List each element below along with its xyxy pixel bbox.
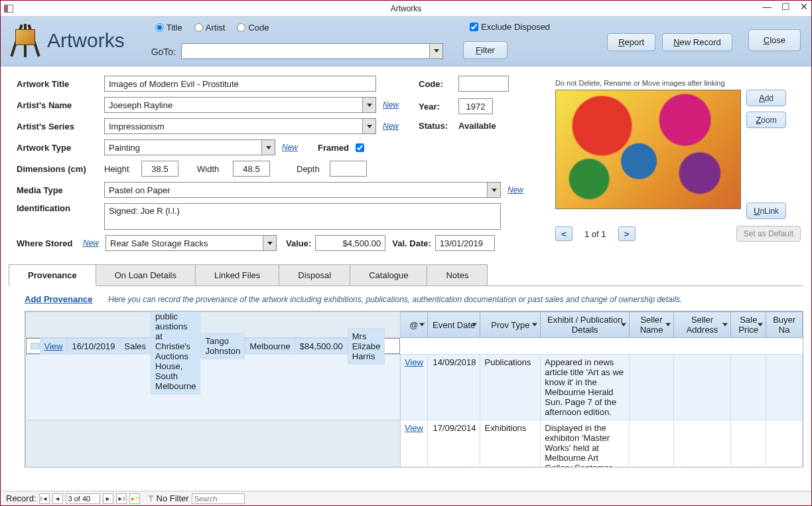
nav-first-button[interactable]: I◄	[39, 493, 50, 504]
window-title: Artworks	[391, 4, 422, 13]
framed-checkbox[interactable]	[356, 143, 364, 152]
pager-next-button[interactable]: >	[618, 226, 636, 241]
nav-prev-button[interactable]: ◄	[52, 493, 63, 504]
artwork-thumbnail[interactable]	[555, 90, 741, 209]
record-position-input[interactable]	[66, 493, 100, 504]
search-mode-radios: Title Artist Code	[155, 23, 443, 33]
record-label: Record:	[6, 493, 36, 503]
width-label: Width	[197, 164, 233, 174]
record-navigator: Record: I◄ ◄ ► ►I ►* No Filter	[1, 491, 811, 505]
row-view-link[interactable]: View	[405, 423, 423, 433]
code-label: Code:	[419, 79, 458, 89]
image-add-button[interactable]: Add	[746, 90, 786, 106]
value-label: Value:	[286, 238, 311, 248]
radio-artist[interactable]: Artist	[194, 23, 226, 33]
artwork-title-label: Artwork Title	[17, 79, 104, 89]
page-heading: Artworks	[47, 29, 125, 52]
stored-new-link[interactable]: New	[83, 238, 99, 248]
stored-select[interactable]: Rear Safe Storage Racks	[105, 235, 277, 251]
image-zoom-button[interactable]: Zoom	[746, 112, 786, 128]
nav-new-button[interactable]: ►*	[129, 493, 140, 504]
window-titlebar: Artworks — ☐ ✕	[1, 1, 811, 17]
width-input[interactable]	[233, 161, 270, 177]
artwork-type-label: Artwork Type	[17, 143, 104, 153]
tab-notes[interactable]: Notes	[427, 264, 488, 286]
close-button[interactable]: Close	[748, 29, 801, 51]
nav-last-button[interactable]: ►I	[116, 493, 127, 504]
minimize-icon[interactable]: —	[762, 2, 772, 11]
height-input[interactable]	[141, 161, 178, 177]
radio-title[interactable]: Title	[155, 23, 182, 33]
col-seller-address[interactable]: Seller Address	[673, 312, 730, 338]
table-row[interactable]: View16/10/2019SalesSold buy public austi…	[26, 338, 401, 354]
year-input[interactable]	[458, 98, 493, 114]
ident-label: Identification	[17, 203, 104, 213]
pager-prev-button[interactable]: <	[555, 226, 573, 241]
table-row[interactable]: View14/09/2018PublicationsAppeared in ne…	[26, 355, 803, 420]
framed-label: Framed	[318, 143, 349, 153]
artist-series-select[interactable]: Impressionism	[104, 118, 376, 134]
tab-disposal[interactable]: Disposal	[279, 264, 350, 286]
stored-label: Where Stored	[17, 238, 83, 248]
artist-series-label: Artist's Series	[17, 122, 104, 131]
table-row[interactable]: View17/09/2014ExhibitionsDisplayed in th…	[26, 420, 803, 467]
col-event-date[interactable]: Event Date	[427, 312, 480, 338]
depth-label: Depth	[297, 164, 330, 174]
col-details[interactable]: Exhibit / Publication Details	[541, 312, 630, 338]
tab-on-loan[interactable]: On Loan Details	[96, 264, 196, 286]
artist-new-link[interactable]: New	[383, 100, 399, 110]
tab-catalogue[interactable]: Catalogue	[350, 264, 427, 286]
row-view-link[interactable]: View	[405, 357, 423, 367]
image-panel: Do not Delete, Rename or Move images aft…	[555, 79, 801, 242]
media-label: Media Type	[17, 185, 104, 195]
goto-label: GoTo:	[151, 46, 176, 57]
no-filter-indicator: No Filter	[148, 493, 189, 503]
col-prov-type[interactable]: Prov Type	[480, 312, 541, 338]
tab-strip: Provenance On Loan Details Linked Files …	[9, 264, 803, 286]
value-input[interactable]	[315, 235, 385, 251]
artwork-type-select[interactable]: Painting	[104, 139, 275, 155]
dimensions-label: Dimensions (cm)	[17, 164, 104, 174]
artwork-title-input[interactable]	[104, 76, 376, 92]
tab-linked-files[interactable]: Linked Files	[196, 264, 279, 286]
radio-code[interactable]: Code	[237, 23, 269, 33]
pager-position: 1 of 1	[576, 229, 614, 239]
row-view-link[interactable]: View	[44, 341, 63, 351]
col-seller-name[interactable]: Seller Name	[630, 312, 674, 338]
exclude-disposed-checkbox[interactable]: Exclude Disposed	[470, 22, 550, 32]
close-icon[interactable]: ✕	[799, 2, 809, 11]
form-icon	[1, 5, 17, 13]
new-record-button[interactable]: New Record	[662, 33, 732, 51]
image-unlink-button[interactable]: UnLink	[746, 203, 786, 219]
image-pager: < 1 of 1 > Set as Default	[555, 219, 801, 242]
col-buyer-name[interactable]: Buyer Na	[766, 312, 803, 338]
height-label: Height	[104, 164, 141, 174]
tab-provenance[interactable]: Provenance	[9, 264, 96, 286]
provenance-grid: @ Event Date Prov Type Exhibit / Publica…	[25, 311, 803, 467]
status-label: Status:	[419, 121, 458, 131]
year-label: Year:	[419, 102, 458, 112]
filter-button[interactable]: Filter	[463, 41, 508, 59]
goto-select[interactable]	[181, 43, 443, 59]
artist-name-label: Artist's Name	[17, 100, 104, 110]
set-default-button[interactable]: Set as Default	[736, 226, 801, 242]
series-new-link[interactable]: New	[383, 122, 399, 131]
image-warning: Do not Delete, Rename or Move images aft…	[555, 79, 801, 87]
easel-icon	[11, 24, 39, 57]
tab-body: Add Provenance Here you can record the p…	[9, 290, 803, 467]
funnel-icon	[148, 495, 155, 502]
code-input[interactable]	[458, 76, 509, 92]
record-search-input[interactable]	[192, 493, 245, 504]
col-sale-price[interactable]: Sale Price	[731, 312, 766, 338]
status-value: Available	[458, 121, 496, 131]
artist-name-select[interactable]: Joeseph Rayline	[104, 97, 376, 113]
add-provenance-link[interactable]: Add Provenance	[25, 294, 93, 304]
depth-input[interactable]	[330, 161, 367, 177]
maximize-icon[interactable]: ☐	[781, 2, 790, 11]
header-band: Artworks Title Artist Code GoTo: Exclude…	[1, 17, 811, 66]
col-view[interactable]: @	[400, 312, 427, 338]
report-button[interactable]: Report	[607, 33, 655, 51]
provenance-hint: Here you can record the provenance of th…	[108, 295, 682, 304]
type-new-link[interactable]: New	[282, 143, 298, 152]
nav-next-button[interactable]: ►	[103, 493, 113, 504]
